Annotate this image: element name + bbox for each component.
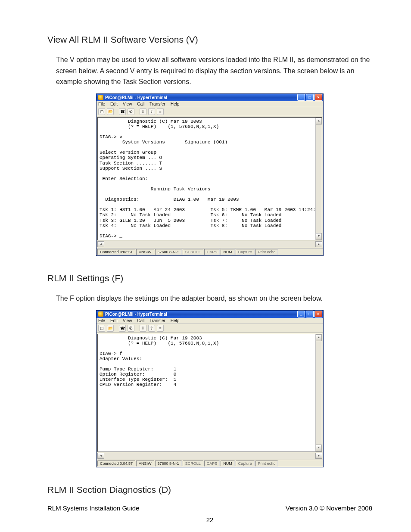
hangup-icon[interactable]: ✆ [128, 325, 134, 332]
menu-help[interactable]: Help [171, 102, 180, 106]
heading-diagnostics: RLM II Section Diagnostics (D) [47, 485, 372, 495]
scroll-track[interactable] [316, 341, 322, 445]
statusbar: Connected 0:04:57 ANSIW 57600 8-N-1 SCRO… [97, 460, 323, 467]
minimize-button[interactable]: _ [297, 311, 305, 317]
status-num: NUM [221, 460, 235, 467]
toolbar: ▢ 📂 ☎ ✆ ⇩ ⇧ ≡ [97, 107, 323, 116]
terminal-output[interactable]: Diagnostic (C) Mar 19 2003 (? = HELP) (1… [98, 334, 315, 451]
menu-call[interactable]: Call [137, 102, 144, 106]
app-icon [98, 311, 103, 317]
menu-help[interactable]: Help [171, 318, 180, 323]
properties-icon[interactable]: ≡ [157, 108, 164, 115]
open-icon[interactable]: 📂 [107, 325, 114, 332]
new-icon[interactable]: ▢ [98, 325, 105, 332]
status-scroll: SCROLL [183, 249, 203, 255]
status-settings: 57600 8-N-1 [155, 460, 182, 467]
new-icon[interactable]: ▢ [98, 108, 105, 115]
heading-settings: RLM II Settings (F) [47, 273, 372, 283]
call-icon[interactable]: ☎ [119, 108, 126, 115]
window-title: PiCon@RLMii - HyperTerminal [105, 312, 167, 317]
terminal-output[interactable]: Diagnostic (C) Mar 19 2003 (? = HELP) (1… [98, 118, 315, 240]
window-title: PiCon@RLMii - HyperTerminal [105, 95, 167, 100]
scroll-right-button[interactable]: ▸ [315, 241, 322, 247]
menubar: File Edit View Call Transfer Help [97, 318, 323, 324]
page-footer: RLM Systems Installation Guide Version 3… [47, 504, 372, 512]
menu-file[interactable]: File [98, 318, 105, 323]
receive-icon[interactable]: ⇧ [148, 108, 155, 115]
status-num: NUM [221, 249, 235, 255]
status-settings: 57600 8-N-1 [155, 249, 182, 255]
status-printecho: Print echo [255, 249, 278, 255]
status-scroll: SCROLL [183, 460, 203, 467]
footer-right: Version 3.0 © November 2008 [286, 504, 372, 512]
horizontal-scrollbar[interactable]: ◂ ▸ [97, 241, 322, 247]
scroll-track-h[interactable] [104, 241, 315, 247]
status-caps: CAPS [204, 460, 220, 467]
menubar: File Edit View Call Transfer Help [97, 101, 323, 107]
minimize-button[interactable]: _ [297, 94, 305, 101]
close-button[interactable]: × [314, 94, 322, 101]
footer-left: RLM Systems Installation Guide [47, 504, 139, 512]
maximize-button[interactable]: □ [306, 311, 314, 317]
heading-view-versions: View All RLM II Software Versions (V) [47, 34, 372, 45]
maximize-button[interactable]: □ [306, 94, 314, 101]
open-icon[interactable]: 📂 [107, 108, 114, 115]
scroll-right-button[interactable]: ▸ [315, 453, 322, 459]
scroll-left-button[interactable]: ◂ [97, 241, 104, 247]
vertical-scrollbar[interactable]: ▴ ▾ [315, 334, 322, 451]
statusbar: Connected 0:03:51 ANSIW 57600 8-N-1 SCRO… [97, 248, 323, 255]
status-printecho: Print echo [255, 460, 278, 467]
send-icon[interactable]: ⇩ [140, 108, 146, 115]
para-settings: The F option displays the settings on th… [56, 293, 372, 304]
properties-icon[interactable]: ≡ [157, 325, 164, 332]
scroll-track[interactable] [316, 124, 322, 233]
menu-view[interactable]: View [123, 102, 132, 106]
hyperterminal-window-1: PiCon@RLMii - HyperTerminal _ □ × File E… [96, 93, 324, 256]
menu-view[interactable]: View [123, 318, 132, 323]
scroll-up-button[interactable]: ▴ [316, 334, 322, 341]
call-icon[interactable]: ☎ [119, 325, 126, 332]
status-capture: Capture [236, 249, 255, 255]
titlebar[interactable]: PiCon@RLMii - HyperTerminal _ □ × [97, 311, 323, 318]
terminal-area: Diagnostic (C) Mar 19 2003 (? = HELP) (1… [97, 334, 322, 452]
status-connected: Connected 0:03:51 [97, 249, 135, 255]
send-icon[interactable]: ⇩ [140, 325, 146, 332]
status-caps: CAPS [204, 249, 220, 255]
menu-edit[interactable]: Edit [110, 102, 118, 106]
status-connected: Connected 0:04:57 [97, 460, 135, 467]
para-view-versions: The V option may be used to view all sof… [56, 54, 372, 87]
status-capture: Capture [236, 460, 255, 467]
toolbar: ▢ 📂 ☎ ✆ ⇩ ⇧ ≡ [97, 324, 323, 333]
menu-file[interactable]: File [98, 102, 105, 106]
scroll-up-button[interactable]: ▴ [316, 118, 322, 124]
vertical-scrollbar[interactable]: ▴ ▾ [315, 118, 322, 240]
horizontal-scrollbar[interactable]: ◂ ▸ [97, 453, 322, 459]
scroll-track-h[interactable] [104, 453, 315, 459]
status-emulation: ANSIW [136, 460, 154, 467]
terminal-area: Diagnostic (C) Mar 19 2003 (? = HELP) (1… [97, 117, 322, 240]
menu-transfer[interactable]: Transfer [149, 318, 165, 323]
hangup-icon[interactable]: ✆ [128, 108, 134, 115]
status-emulation: ANSIW [136, 249, 154, 255]
close-button[interactable]: × [314, 311, 322, 317]
menu-transfer[interactable]: Transfer [149, 102, 165, 106]
scroll-left-button[interactable]: ◂ [97, 453, 104, 459]
page-number: 22 [47, 516, 372, 523]
scroll-down-button[interactable]: ▾ [316, 445, 322, 451]
hyperterminal-window-2: PiCon@RLMii - HyperTerminal _ □ × File E… [96, 310, 324, 467]
menu-edit[interactable]: Edit [110, 318, 118, 323]
app-icon [98, 95, 103, 100]
receive-icon[interactable]: ⇧ [148, 325, 155, 332]
titlebar[interactable]: PiCon@RLMii - HyperTerminal _ □ × [97, 94, 323, 101]
scroll-down-button[interactable]: ▾ [316, 233, 322, 240]
menu-call[interactable]: Call [137, 318, 144, 323]
